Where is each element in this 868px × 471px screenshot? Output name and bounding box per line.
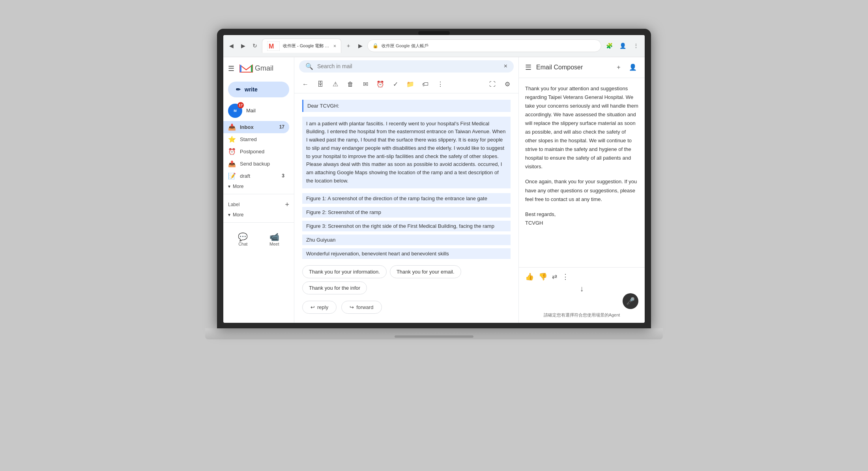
add-task-button[interactable]: ✓	[389, 78, 402, 91]
nav-starred[interactable]: ⭐ Starred	[223, 133, 289, 145]
smart-reply-1[interactable]: Thank you for your information.	[302, 265, 387, 278]
compose-button[interactable]: ✏ write	[228, 82, 289, 97]
action-buttons: ↩ reply ↪ forward	[302, 301, 511, 314]
nav-more[interactable]: ▾ More	[223, 182, 294, 191]
svg-rect-3	[240, 65, 241, 72]
composer-header-icons: + 👤	[613, 62, 638, 73]
mark-unread-button[interactable]: ✉	[359, 78, 372, 91]
share-icon: ⇄	[552, 273, 557, 280]
email-content: Dear TCVGH: I am a patient with plantar …	[294, 93, 518, 323]
gmail-logo-text: Gmail	[255, 64, 273, 73]
forward-button[interactable]: ▶	[238, 41, 248, 50]
composer-closing: Best regards, TCVGH	[525, 210, 638, 227]
refresh-button[interactable]: ↻	[250, 41, 260, 50]
compose-label: write	[245, 86, 258, 93]
composer-add-button[interactable]: +	[613, 62, 624, 73]
composer-header: ☰ Email Composer + 👤	[519, 57, 645, 78]
nav-inbox[interactable]: 📥 Inbox 17	[223, 121, 289, 133]
chat-nav-item[interactable]: 💬 Chat	[231, 229, 255, 249]
figure-2: Figure 2: Screenshot of the ramp	[302, 207, 511, 218]
back-to-inbox-button[interactable]: ←	[299, 78, 312, 91]
user-icon: 👤	[629, 63, 637, 71]
label-button[interactable]: 🏷	[419, 78, 432, 91]
new-tab-button[interactable]: +	[344, 41, 353, 50]
search-close-button[interactable]: ×	[504, 63, 507, 70]
figure-1: Figure 1: A screenshot of the direction …	[302, 193, 511, 204]
signature-text: Zhu Guiyuan	[306, 237, 335, 243]
meet-label: Meet	[269, 242, 279, 246]
delete-button[interactable]: 🗑	[344, 78, 357, 91]
down-arrow-icon: ↓	[580, 284, 584, 293]
email-tagline: Wonderful rejuvenation, benevolent heart…	[302, 248, 511, 259]
meet-nav-item[interactable]: 📹 Meet	[262, 229, 286, 249]
move-to-button[interactable]: 📁	[404, 78, 417, 91]
meet-icon: 📹	[269, 232, 279, 242]
smart-reply-3[interactable]: Thank you for the infor	[302, 281, 367, 294]
composer-actions: 👍 👎 ⇄ ⋮	[525, 272, 638, 281]
tab-title: 收件匣 - Google 電郵 - 個人帳戶	[283, 43, 330, 49]
address-bar[interactable]: 🔒 收件匣 Google 個人帳戶	[367, 39, 601, 52]
composer-footer: 👍 👎 ⇄ ⋮	[519, 267, 645, 323]
composer-user-button[interactable]: 👤	[627, 62, 638, 73]
print-settings-button[interactable]: ⚙	[501, 78, 514, 91]
nav-postponed[interactable]: ⏰ Postponed	[223, 145, 289, 158]
email-toolbar: ← 🗄 ⚠ 🗑 ✉ ⏰ ✓ 📁 🏷 ⋮ ⛶ ⚙	[294, 76, 518, 93]
chrome-settings-icon[interactable]: ⋮	[630, 40, 642, 51]
user-mail-area: M 17 Mail	[223, 101, 294, 121]
reply-button[interactable]: ↩ reply	[302, 301, 337, 314]
share-button[interactable]: ⇄	[552, 273, 557, 280]
avatar: M 17	[228, 104, 242, 118]
nav-list: 📥 Inbox 17 ⭐ Starred ⏰ Postponed	[223, 121, 294, 182]
browser-tab[interactable]: M 收件匣 - Google 電郵 - 個人帳戶 ×	[262, 39, 341, 53]
nav-draft[interactable]: 📝 draft 3	[223, 170, 289, 182]
tab-forward-button[interactable]: ▶	[355, 41, 365, 50]
chevron-down-icon-2: ▾	[228, 212, 230, 218]
draft-icon: 📝	[228, 172, 236, 180]
hamburger-menu-icon[interactable]: ☰	[228, 64, 234, 73]
profile-icon[interactable]: 👤	[617, 40, 628, 51]
composer-paragraph-2: Once again, thank you for your suggestio…	[525, 177, 638, 203]
archive-button[interactable]: 🗄	[314, 78, 327, 91]
email-signature: Zhu Guiyuan	[302, 235, 511, 245]
add-label-icon[interactable]: +	[285, 201, 289, 209]
expand-button[interactable]: ⛶	[486, 78, 499, 91]
search-input[interactable]	[317, 63, 500, 69]
nav-send-backup[interactable]: 📤 Send backup	[223, 158, 289, 170]
report-spam-button[interactable]: ⚠	[329, 78, 342, 91]
composer-down-arrow[interactable]: ↓	[525, 284, 638, 293]
dislike-button[interactable]: 👎	[539, 272, 547, 281]
composer-more-options-button[interactable]: ⋮	[562, 272, 569, 281]
pencil-icon: ✏	[236, 86, 241, 93]
plus-icon: +	[617, 64, 620, 71]
label-more[interactable]: ▾ More	[223, 210, 294, 219]
forward-button[interactable]: ↪ forward	[341, 301, 382, 314]
nav-starred-label: Starred	[240, 136, 257, 142]
mic-icon: 🎤	[626, 297, 635, 305]
composer-paragraph-1: Thank you for your attention and suggest…	[525, 84, 638, 171]
composer-menu-icon[interactable]: ☰	[525, 63, 531, 72]
body-text: I am a patient with plantar fasciitis. I…	[306, 121, 505, 184]
tab-close[interactable]: ×	[333, 43, 336, 49]
mic-button[interactable]: 🎤	[623, 293, 638, 309]
nav-postponed-label: Postponed	[240, 149, 264, 155]
tagline-text: Wonderful rejuvenation, benevolent heart…	[306, 251, 449, 257]
send-backup-icon: 📤	[228, 160, 236, 168]
composer-mic-area: 🎤	[525, 293, 638, 309]
search-bar[interactable]: 🔍 ×	[299, 60, 514, 73]
extensions-icon[interactable]: 🧩	[604, 40, 615, 51]
smart-reply-2[interactable]: Thank you for your email.	[390, 265, 461, 278]
chat-icon: 💬	[238, 232, 248, 242]
label-text: Label	[228, 202, 239, 207]
forward-label: forward	[356, 304, 373, 310]
like-button[interactable]: 👍	[525, 272, 534, 281]
avatar-initials: M	[234, 109, 237, 113]
laptop-base	[205, 328, 663, 339]
email-main: 🔍 × ← 🗄 ⚠ 🗑 ✉ ⏰ ✓ 📁 🏷	[294, 57, 518, 323]
trackpad-bar	[395, 335, 473, 338]
inbox-icon: 📥	[228, 123, 236, 131]
snooze-button[interactable]: ⏰	[374, 78, 387, 91]
back-button[interactable]: ◀	[226, 41, 236, 50]
figure-3: Figure 3: Screenshot on the right side o…	[302, 221, 511, 231]
gmail-sidebar: ☰ Gmail	[223, 57, 294, 323]
more-options-button[interactable]: ⋮	[434, 78, 447, 91]
